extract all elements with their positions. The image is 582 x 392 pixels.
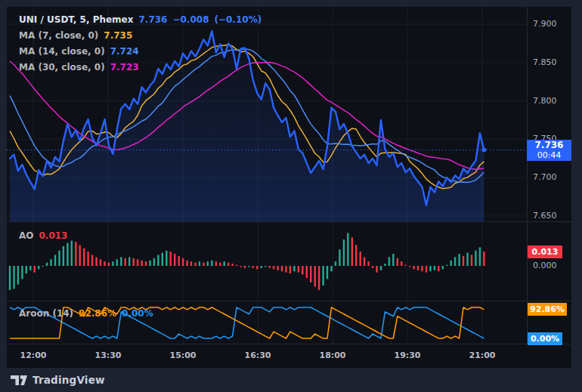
ma30-value: 7.723 — [110, 62, 139, 73]
legend-ma30-row[interactable]: MA (30, close, 0)7.723 — [19, 60, 262, 76]
aroon-down-value: 0.00% — [122, 308, 153, 319]
price-change-pct: (−0.10%) — [214, 14, 262, 25]
time-axis-label: 13:30 — [91, 350, 125, 360]
price-axis-label: 7.850 — [533, 57, 572, 67]
time-axis-label: 19:30 — [390, 350, 425, 360]
ao-value: 0.013 — [39, 230, 68, 241]
time-axis-border — [7, 344, 571, 344]
tradingview-brand-text: TradingView — [33, 374, 105, 386]
tradingview-logo-link[interactable]: TradingView — [11, 374, 105, 386]
time-axis-label: 18:00 — [315, 350, 350, 360]
ao-histogram — [9, 233, 485, 290]
ao-value-badge: 0.013 — [528, 245, 562, 258]
price-axis-label: 7.650 — [533, 211, 572, 221]
ma30-label: MA (30, close, 0) — [19, 62, 105, 73]
price-axis-label: 7.800 — [533, 96, 572, 106]
last-price: 7.736 — [139, 14, 168, 25]
legend-ma14-row[interactable]: MA (14, close, 0)7.724 — [19, 44, 262, 60]
price-axis-label: 7.700 — [533, 172, 572, 182]
tradingview-logo-icon — [11, 375, 27, 386]
ao-label: AO — [19, 230, 34, 241]
aroon-up-value: 92.86% — [79, 308, 116, 319]
chart-frame: UNI / USDT, 5, Phemex7.736−0.008(−0.10%)… — [7, 7, 571, 368]
time-axis-label: 12:00 — [16, 350, 51, 360]
aroon-up-badge: 92.86% — [528, 303, 567, 316]
bar-countdown: 00:44 — [527, 150, 571, 160]
legend: UNI / USDT, 5, Phemex7.736−0.008(−0.10%)… — [19, 12, 262, 76]
time-axis-label: 21:00 — [465, 350, 500, 360]
legend-symbol-row[interactable]: UNI / USDT, 5, Phemex7.736−0.008(−0.10%) — [19, 12, 262, 28]
price-change: −0.008 — [172, 14, 209, 25]
price-axis-label: 7.900 — [533, 19, 572, 29]
ma14-value: 7.724 — [110, 46, 139, 57]
symbol-title: UNI / USDT, 5, Phemex — [19, 14, 134, 25]
last-price-badge: 7.736 00:44 — [527, 140, 571, 161]
time-axis-label: 15:00 — [166, 350, 200, 360]
ma7-label: MA (7, close, 0) — [19, 30, 98, 41]
aroon-legend-row[interactable]: Aroon (14)92.86%0.00% — [19, 308, 153, 319]
aroon-label: Aroon (14) — [19, 308, 73, 319]
price-axis-border — [527, 7, 528, 344]
time-axis-label: 16:30 — [240, 350, 275, 360]
last-price-badge-value: 7.736 — [527, 140, 571, 150]
tradingview-widget: UNI / USDT, 5, Phemex7.736−0.008(−0.10%)… — [0, 0, 582, 392]
ma7-value: 7.735 — [104, 30, 132, 41]
ao-zero-label: 0.000 — [533, 261, 557, 270]
attribution-bar: TradingView — [0, 368, 582, 392]
legend-ma7-row[interactable]: MA (7, close, 0)7.735 — [19, 28, 262, 44]
aroon-down-badge: 0.00% — [528, 332, 562, 345]
ma14-label: MA (14, close, 0) — [19, 46, 105, 57]
ao-legend-row[interactable]: AO0.013 — [19, 230, 67, 241]
